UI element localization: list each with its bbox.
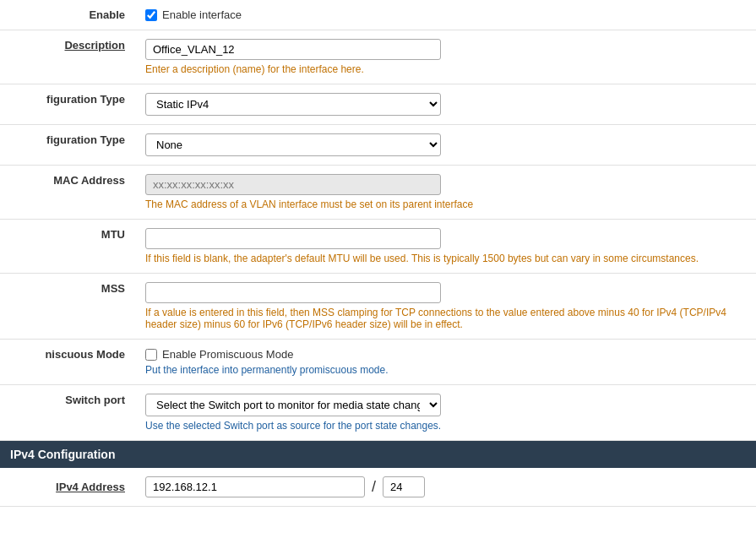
enable-interface-checkbox[interactable] <box>145 9 157 21</box>
slash-divider: / <box>368 478 379 496</box>
mtu-hint: If this field is blank, the adapter's de… <box>145 253 746 264</box>
mtu-label: MTU <box>0 220 135 274</box>
mac-address-input <box>145 174 441 195</box>
ipv6-config-type-select[interactable]: None Static IPv6 DHCPv6 SLAAC <box>145 133 441 156</box>
ipv4-config-type-label: figuration Type <box>0 84 135 125</box>
description-hint: Enter a description (name) for the inter… <box>145 63 746 75</box>
description-label: Description <box>0 30 135 84</box>
ipv4-section-header: IPv4 Configuration <box>0 441 756 468</box>
mss-hint: If a value is entered in this field, the… <box>145 307 746 330</box>
cidr-input[interactable] <box>383 476 425 497</box>
enable-interface-label: Enable interface <box>162 8 242 21</box>
mac-address-hint: The MAC address of a VLAN interface must… <box>145 198 746 210</box>
promiscuous-label: niscuous Mode <box>0 340 135 385</box>
switch-port-hint: Use the selected Switch port as source f… <box>145 420 746 432</box>
promiscuous-checkbox-label: Enable Promiscuous Mode <box>162 348 293 361</box>
ipv6-config-type-label: figuration Type <box>0 125 135 166</box>
ipv4-address-input[interactable] <box>145 476 365 497</box>
switch-port-select[interactable]: Select the Switch port to monitor for me… <box>145 394 441 416</box>
switch-port-label: Switch port <box>0 385 135 441</box>
ipv4-config-type-select[interactable]: Static IPv4 DHCP PPPoE None <box>145 93 441 116</box>
enable-label: Enable <box>0 0 135 30</box>
description-input[interactable] <box>145 39 441 60</box>
mss-label: MSS <box>0 274 135 340</box>
promiscuous-hint: Put the interface into permanently promi… <box>145 364 746 376</box>
mac-address-label: MAC Address <box>0 166 135 220</box>
mss-input[interactable] <box>145 282 441 303</box>
promiscuous-checkbox[interactable] <box>145 349 157 361</box>
ipv4-address-label: IPv4 Address <box>0 468 135 507</box>
mtu-input[interactable] <box>145 228 441 249</box>
